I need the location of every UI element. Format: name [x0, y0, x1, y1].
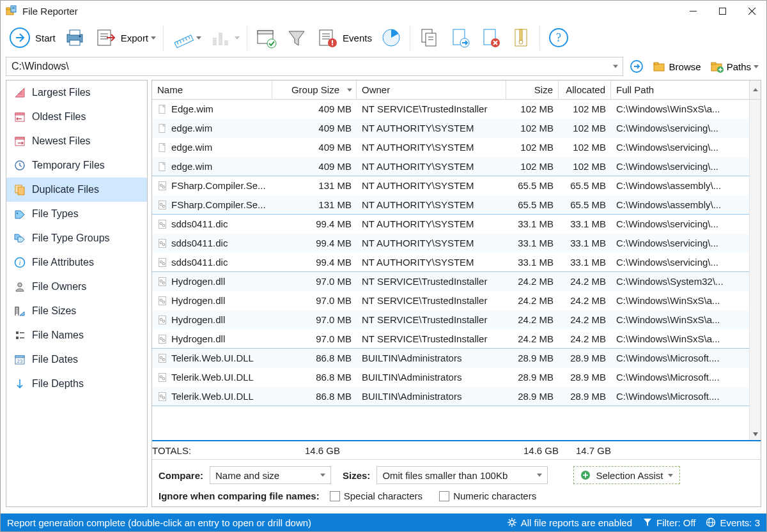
status-events[interactable]: Events: 3	[706, 517, 760, 528]
cell-owner: NT AUTHORITY\SYSTEM	[357, 238, 506, 248]
cell-size: 28.9 MB	[506, 353, 559, 363]
cell-name: edge.wim	[171, 161, 212, 172]
sidebar-item-sizes[interactable]: File Sizes	[6, 299, 147, 323]
table-row[interactable]: edge.wim409 MBNT AUTHORITY\SYSTEM102 MB1…	[152, 119, 761, 138]
cell-owner: BUILTIN\Administrators	[357, 372, 506, 383]
sidebar-item-temporary[interactable]: Temporary Files	[6, 153, 147, 178]
pie-button[interactable]	[377, 25, 405, 50]
table-row[interactable]: FSharp.Compiler.Se...131 MBNT AUTHORITY\…	[152, 195, 761, 215]
cell-owner: NT AUTHORITY\SYSTEM	[357, 180, 506, 191]
sidebar-item-attrs[interactable]: iFile Attributes	[6, 250, 147, 275]
pathbar: Browse Paths	[1, 54, 766, 80]
sidebar-item-label: Oldest Files	[32, 111, 86, 123]
sidebar-item-oldest[interactable]: Oldest Files	[6, 105, 147, 129]
cell-owner: NT AUTHORITY\SYSTEM	[357, 161, 506, 172]
col-name[interactable]: Name	[152, 80, 272, 99]
newest-icon	[14, 135, 26, 147]
sidebar-item-duplicate[interactable]: Duplicate Files	[6, 178, 147, 202]
cell-path: C:\Windows\WinSxS\a...	[611, 333, 749, 344]
selection-assist-button[interactable]: Selection Assist	[573, 466, 680, 484]
zip-button[interactable]	[507, 25, 535, 50]
table-row[interactable]: Telerik.Web.UI.DLL86.8 MBBUILTIN\Adminis…	[152, 368, 761, 387]
file-icon	[157, 296, 167, 306]
status-reports[interactable]: All file reports are enabled	[507, 517, 632, 528]
paths-button[interactable]: Paths	[708, 58, 761, 75]
cell-name: Hydrogen.dll	[171, 276, 225, 287]
table-row[interactable]: FSharp.Compiler.Se...131 MBNT AUTHORITY\…	[152, 176, 761, 195]
table-row[interactable]: edge.wim409 MBNT AUTHORITY\SYSTEM102 MB1…	[152, 157, 761, 176]
col-size[interactable]: Size	[506, 80, 559, 99]
cell-owner: NT AUTHORITY\SYSTEM	[357, 257, 506, 268]
sidebar-item-names[interactable]: File Names	[6, 323, 147, 347]
sidebar-item-newest[interactable]: Newest Files	[6, 129, 147, 153]
print-button[interactable]	[61, 25, 89, 50]
col-full-path[interactable]: Full Path	[611, 80, 749, 99]
cell-name: sdds0411.dic	[171, 218, 228, 229]
help-button[interactable]: ?	[545, 25, 573, 50]
vertical-scrollbar[interactable]	[749, 100, 761, 440]
col-group-size[interactable]: Group Size	[272, 80, 357, 99]
maximize-button[interactable]	[708, 1, 737, 21]
sidebar-item-owners[interactable]: File Owners	[6, 275, 147, 299]
cell-owner: BUILTIN\Administrators	[357, 353, 506, 363]
file-icon	[157, 162, 167, 172]
browse-label: Browse	[669, 61, 701, 72]
sidebar-item-typegroups[interactable]: File Type Groups	[6, 226, 147, 250]
file-icon	[157, 142, 167, 153]
sidebar-item-largest[interactable]: Largest Files	[6, 80, 147, 105]
svg-rect-57	[711, 63, 716, 65]
path-input[interactable]	[6, 57, 623, 76]
filter-button[interactable]	[283, 25, 311, 50]
file-icon	[157, 104, 167, 114]
chart-button[interactable]	[206, 25, 242, 50]
close-button[interactable]	[737, 1, 766, 21]
scroll-down-button[interactable]	[750, 429, 761, 440]
cell-size: 24.2 MB	[506, 276, 559, 287]
sidebar-item-depths[interactable]: File Depths	[6, 372, 147, 396]
browse-button[interactable]: Browse	[650, 58, 704, 75]
cell-alloc: 65.5 MB	[559, 199, 611, 210]
table-row[interactable]: edge.wim409 MBNT AUTHORITY\SYSTEM102 MB1…	[152, 138, 761, 157]
compare-dropdown[interactable]: Name and size	[210, 466, 331, 484]
minimize-button[interactable]	[678, 1, 708, 21]
table-row[interactable]: Hydrogen.dll97.0 MBNT SERVICE\TrustedIns…	[152, 310, 761, 330]
status-filter[interactable]: Filter: Off	[642, 517, 695, 528]
doc-delete-button[interactable]	[476, 25, 504, 50]
sidebar-item-types[interactable]: File Types	[6, 202, 147, 226]
table-row[interactable]: Telerik.Web.UI.DLL86.8 MBBUILTIN\Adminis…	[152, 387, 761, 406]
ruler-button[interactable]	[168, 25, 204, 50]
numeric-chars-checkbox[interactable]: Numeric characters	[439, 490, 536, 501]
col-allocated[interactable]: Allocated	[559, 80, 611, 99]
window-check-button[interactable]	[252, 25, 280, 50]
cell-name: sdds0411.dic	[171, 257, 228, 268]
scroll-up-button[interactable]	[749, 80, 761, 99]
chevron-down-icon[interactable]	[613, 65, 618, 68]
table-row[interactable]: Edge.wim409 MBNT SERVICE\TrustedInstalle…	[152, 100, 761, 119]
go-button[interactable]	[627, 58, 646, 75]
table-row[interactable]: Hydrogen.dll97.0 MBNT SERVICE\TrustedIns…	[152, 330, 761, 349]
cell-size: 102 MB	[506, 123, 559, 133]
cell-group: 97.0 MB	[272, 276, 357, 287]
start-button[interactable]: Start	[6, 25, 58, 50]
sidebar-item-dates[interactable]: 23File Dates	[6, 347, 147, 372]
sidebar-item-label: File Type Groups	[32, 232, 110, 244]
export-button[interactable]: Export	[91, 25, 159, 50]
sizes-dropdown[interactable]: Omit files smaller than 100Kb	[376, 466, 548, 484]
col-owner[interactable]: Owner	[357, 80, 506, 99]
svg-rect-66	[15, 137, 24, 139]
totals-label: TOTALS:	[152, 445, 272, 456]
table-row[interactable]: Telerik.Web.UI.DLL86.8 MBBUILTIN\Adminis…	[152, 349, 761, 368]
table-row[interactable]: sdds0411.dic99.4 MBNT AUTHORITY\SYSTEM33…	[152, 253, 761, 272]
doc-open-button[interactable]	[445, 25, 474, 50]
events-button[interactable]: Events	[313, 25, 375, 50]
table-row[interactable]: sdds0411.dic99.4 MBNT AUTHORITY\SYSTEM33…	[152, 215, 761, 234]
special-chars-checkbox[interactable]: Special characters	[330, 490, 422, 501]
copy-button[interactable]	[415, 25, 443, 50]
cell-path: C:\Windows\servicing\...	[611, 142, 749, 153]
cell-name: Hydrogen.dll	[171, 314, 225, 325]
table-row[interactable]: sdds0411.dic99.4 MBNT AUTHORITY\SYSTEM33…	[152, 234, 761, 253]
table-row[interactable]: Hydrogen.dll97.0 MBNT SERVICE\TrustedIns…	[152, 291, 761, 310]
table-row[interactable]: Hydrogen.dll97.0 MBNT SERVICE\TrustedIns…	[152, 272, 761, 291]
cell-group: 97.0 MB	[272, 333, 357, 344]
cell-owner: NT SERVICE\TrustedInstaller	[357, 314, 506, 325]
